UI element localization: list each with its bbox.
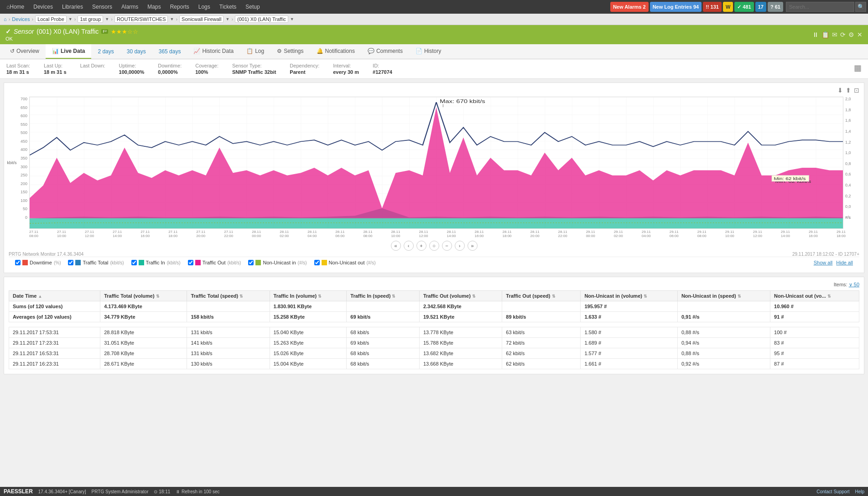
legend-traffic-out-checkbox[interactable] [188,260,193,265]
critical-badge[interactable]: !! 131 [703,2,722,12]
table-row-sums: Sums (of 120 values) 4.173.469 KByte 1.8… [9,301,859,312]
chart-zoom-in-button[interactable]: + [416,241,426,251]
stat-uptime: Uptime: 100,0000% [119,63,145,75]
chart-reset-button[interactable]: ○ [429,241,439,251]
col-nuo-vol[interactable]: Non-Unicast out (vo... ⇅ [770,291,859,301]
warning-badge[interactable]: W [723,2,733,12]
breadcrumb-router[interactable]: ROUTER/SWITCHES [114,16,168,23]
search-input[interactable] [786,2,854,12]
tab-notifications[interactable]: 🔔 Notifications [310,44,361,59]
sort-nuo-vol-icon: ⇅ [827,294,831,299]
hide-all-link[interactable]: Hide all [836,260,853,265]
nav-reports[interactable]: Reports [166,0,194,14]
breadcrumb-home[interactable]: ⌂ [4,16,7,22]
col-nu-spd[interactable]: Non-Unicast in (speed) ⇅ [677,291,770,301]
tab-settings[interactable]: ⚙ Settings [270,44,310,59]
nav-alarms[interactable]: Alarms [117,0,143,14]
row3-ti-spd: 68 kbit/s [347,348,420,359]
averages-nuo-vol: 91 # [770,312,859,322]
col-to-vol[interactable]: Traffic Out (volume) ⇅ [419,291,502,301]
new-alarms-badge[interactable]: New Alarms 2 [610,2,649,12]
pause-button[interactable]: ⏸ [812,31,819,38]
row2-to-spd: 72 kbit/s [502,338,581,348]
info-badge[interactable]: 17 [755,2,766,12]
legend-non-unicast-in: Non-Unicast in (#/s) [248,260,307,265]
nav-logs[interactable]: Logs [194,0,215,14]
col-ti-spd[interactable]: Traffic In (speed) ⇅ [347,291,420,301]
breadcrumb-local-probe[interactable]: Local Probe [35,16,67,23]
download-icon[interactable]: ⬇ [837,87,843,94]
row2-nu-spd: 0,94 #/s [677,338,770,348]
items-count-dropdown[interactable]: ∨ 50 [849,282,859,287]
new-log-entries-badge[interactable]: New Log Entries 94 [650,2,702,12]
col-to-spd[interactable]: Traffic Out (speed) ⇅ [502,291,581,301]
fullscreen-icon[interactable]: ⊡ [854,87,859,94]
clipboard-button[interactable]: 📋 [821,31,829,38]
tab-2days[interactable]: 2 days [91,45,120,58]
stat-sensor-type: Sensor Type: SNMP Traffic 32bit [232,63,276,75]
unknown-badge[interactable]: ? 61 [768,2,783,12]
col-tt-vol[interactable]: Traffic Total (volume) ⇅ [100,291,187,301]
breadcrumb-sonicwall-arrow: ▼ [225,17,229,21]
nav-libraries[interactable]: Libraries [57,0,88,14]
sort-nu-spd-icon: ⇅ [738,294,741,299]
col-datetime[interactable]: Date Time ▲ [9,291,100,301]
chart-next-button[interactable]: › [455,241,465,251]
nav-setup[interactable]: Setup [241,0,264,14]
col-nu-vol[interactable]: Non-Unicast in (volume) ⇅ [581,291,677,301]
tab-overview[interactable]: ↺ Overview [4,44,46,59]
chart-last-button[interactable]: » [468,241,478,251]
row4-ti-spd: 68 kbit/s [347,359,420,369]
ok-badge[interactable]: ✓ 481 [734,2,754,12]
tab-historic-data[interactable]: 📈 Historic Data [187,44,240,59]
qr-code-icon[interactable]: ▦ [854,63,862,75]
breadcrumb-sensor[interactable]: (001) X0 (LAN) Traffic [235,16,288,23]
email-button[interactable]: ✉ [832,31,837,38]
legend-traffic-total-checkbox[interactable] [68,260,73,265]
averages-label: Averages (of 120 values) [9,312,100,322]
tab-live-data[interactable]: 📊 Live Data [46,44,91,59]
legend-downtime-checkbox[interactable] [15,260,21,265]
close-button[interactable]: ✕ [857,31,863,38]
tab-comments[interactable]: 💬 Comments [361,44,409,59]
col-ti-vol[interactable]: Traffic In (volume) ⇅ [270,291,347,301]
legend-traffic-in-checkbox[interactable] [131,260,137,265]
breadcrumb-devices[interactable]: Devices [12,16,30,22]
sort-ti-vol-icon: ⇅ [318,294,322,299]
sensor-stars: ★★★☆☆ [111,28,138,35]
tab-365days[interactable]: 365 days [152,45,187,58]
chart-first-button[interactable]: « [391,241,401,251]
tab-log[interactable]: 📋 Log [240,44,270,59]
tab-history[interactable]: 📄 History [409,44,447,59]
nav-devices[interactable]: Devices [29,0,57,14]
legend-non-unicast-in-checkbox[interactable] [248,260,254,265]
breadcrumb-group[interactable]: 1st group [78,16,103,23]
nav-maps[interactable]: Maps [143,0,165,14]
sensor-protocol-badge: F² [101,29,108,34]
upload-icon[interactable]: ⬆ [846,87,851,94]
chart-prev-button[interactable]: ‹ [404,241,414,251]
search-button[interactable]: 🔍 [855,2,866,12]
nav-tickets[interactable]: Tickets [215,0,241,14]
row4-ti-vol: 15.004 KByte [270,359,347,369]
chart-navigation: « ‹ + ○ − › » [9,241,859,251]
stat-last-scan: Last Scan: 18 m 31 s [6,63,30,75]
stat-id: ID: #127074 [373,63,392,75]
row3-nuo-vol: 95 # [770,348,859,359]
legend-non-unicast-out-checkbox[interactable] [314,260,320,265]
chart-zoom-out-button[interactable]: − [442,241,452,251]
show-all-link[interactable]: Show all [814,260,833,265]
refresh-button[interactable]: ⟳ [840,31,846,38]
row3-to-vol: 13.682 KByte [419,348,502,359]
tab-30days[interactable]: 30 days [120,45,152,58]
historic-icon: 📈 [193,48,200,54]
legend-downtime: Downtime (%) [15,260,61,265]
breadcrumb-sonicwall[interactable]: Sonicwall Firewall [179,16,223,23]
settings-button[interactable]: ⚙ [848,31,854,38]
nav-home[interactable]: ⌂ Home [2,0,29,14]
nav-sensors[interactable]: Sensors [88,0,117,14]
sort-tt-vol-icon: ⇅ [156,294,160,299]
col-tt-spd[interactable]: Traffic Total (speed) ⇅ [187,291,270,301]
row3-tt-spd: 131 kbit/s [187,348,270,359]
breadcrumb: ⌂ › Devices › Local Probe ▼ › 1st group … [0,14,868,25]
